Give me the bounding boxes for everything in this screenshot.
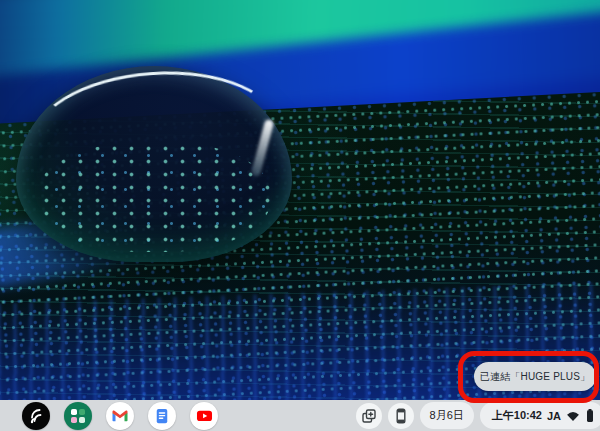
chromeos-desktop: 已連結「HUGE PLUS」	[0, 0, 600, 431]
gmail-button[interactable]	[106, 402, 134, 430]
connected-toast-label: 已連結「HUGE PLUS」	[480, 370, 591, 384]
apps-grid-icon	[71, 409, 85, 423]
connected-toast[interactable]: 已連結「HUGE PLUS」	[474, 362, 596, 391]
apps-folder-button[interactable]	[64, 402, 92, 430]
spiral-launcher-icon	[25, 405, 47, 427]
ime-indicator: JA	[547, 410, 561, 422]
wifi-icon	[566, 410, 580, 422]
date-label: 8月6日	[430, 408, 464, 423]
quick-settings-tray[interactable]: 上午10:42 JA	[480, 402, 600, 429]
youtube-button[interactable]	[190, 402, 218, 430]
launcher-button[interactable]	[22, 402, 50, 430]
battery-icon	[585, 408, 595, 423]
shelf-app-list	[22, 401, 218, 430]
google-docs-button[interactable]	[148, 402, 176, 430]
phone-hub-button[interactable]	[388, 403, 414, 429]
date-button[interactable]: 8月6日	[420, 402, 474, 429]
phone-icon	[393, 408, 409, 424]
clock-label: 上午10:42	[492, 408, 542, 423]
new-desk-icon	[361, 408, 377, 424]
new-desk-button[interactable]	[356, 403, 382, 429]
shelf: 8月6日 上午10:42 JA	[0, 400, 600, 431]
google-docs-icon	[153, 407, 171, 425]
youtube-icon	[195, 406, 214, 425]
gmail-icon	[111, 407, 129, 425]
status-area: 8月6日 上午10:42 JA	[356, 402, 600, 429]
